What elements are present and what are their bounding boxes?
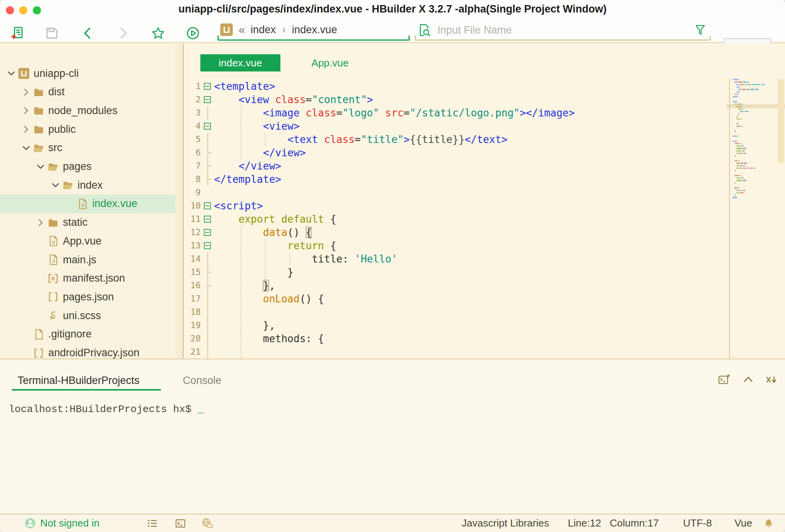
code-line-14[interactable]: 14 title: 'Hello' [184,252,726,266]
new-file-button[interactable] [11,26,25,40]
breadcrumb[interactable]: « index › index.vue [218,20,410,41]
fold-marker-icon[interactable] [202,80,213,93]
code-text: export default { [214,212,336,226]
save-button[interactable] [45,26,59,40]
terminal-button[interactable] [175,518,186,529]
chevron-right-icon[interactable] [35,217,46,229]
code-line-12[interactable]: 12 data() { [184,226,726,239]
status-language-mode[interactable]: Vue [735,517,752,529]
chevron-right-icon[interactable] [20,105,32,116]
file-search-field[interactable] [415,20,711,41]
code-line-5[interactable]: 5 <text class="title">{{title}}</text> [184,133,726,146]
chevron-down-icon[interactable] [5,68,17,79]
tree-item-static[interactable]: static [0,213,176,232]
fold-marker-icon[interactable] [202,120,213,133]
tree-item--gitignore[interactable]: .gitignore [0,325,176,344]
minimap-row [739,89,758,90]
code-line-9[interactable]: 9 [184,186,726,199]
tree-item-manifest-json[interactable]: manifest.json [0,269,176,288]
fold-guide [202,252,213,266]
code-line-20[interactable]: 20 methods: { [184,332,726,345]
breadcrumb-item-file[interactable]: index.vue [292,24,337,36]
tree-item-node-modules[interactable]: node_modules [0,101,176,120]
search-underline [415,36,711,41]
terminal-prompt[interactable]: localhost:HBuilderProjects hx$_ [9,402,204,417]
tree-item-uniapp-cli[interactable]: uniapp-cli [0,64,176,83]
code-line-8[interactable]: 8</template> [184,173,726,186]
code-line-15[interactable]: 15 } [184,266,726,279]
minimap-row [733,136,738,137]
minimap-row [737,84,765,85]
code-line-18[interactable]: 18 [184,305,726,319]
tab-index-vue[interactable]: index.vue [200,54,280,71]
tree-item-pages-json[interactable]: pages.json [0,287,176,306]
code-line-7[interactable]: 7 </view> [184,159,726,173]
chevron-down-icon[interactable] [50,179,61,191]
code-line-19[interactable]: 19 }, [184,319,726,332]
code-line-3[interactable]: 3 <image class="logo" src="/static/logo.… [184,106,726,120]
tree-item-main-js[interactable]: Jmain.js [0,250,176,269]
tree-item-pages[interactable]: pages [0,157,176,176]
fold-marker-icon[interactable] [202,239,213,252]
tree-item-app-vue[interactable]: VApp.vue [0,232,176,250]
tab-app-vue[interactable]: App.vue [297,54,363,71]
star-button[interactable] [151,26,165,40]
tree-item-index-vue[interactable]: Vindex.vue [0,195,176,213]
code-text: <template> [214,80,275,93]
forward-icon [116,26,130,40]
fold-marker-icon[interactable] [202,93,213,106]
sidebar-scrollbar[interactable] [175,44,182,359]
line-number: 13 [184,239,201,252]
status-cursor-line[interactable]: Line:12 [568,517,601,529]
overview-ruler[interactable] [778,79,784,163]
code-line-11[interactable]: 11 export default { [184,212,726,226]
chevron-down-icon[interactable] [20,142,32,154]
status-encoding[interactable]: UTF-8 [683,517,712,529]
code-line-17[interactable]: 17 onLoad() { [184,292,726,305]
tree-item-index[interactable]: index [0,176,176,195]
run-button[interactable] [186,26,200,40]
tree-item-public[interactable]: public [0,120,176,139]
line-number: 10 [184,199,201,212]
back-button[interactable] [81,26,95,40]
tab-console[interactable]: Console [183,372,221,389]
status-js-libraries[interactable]: Javascript Libraries [462,517,549,529]
user-avatar-icon[interactable] [24,517,36,529]
indent-guide [265,266,266,278]
collapse-breadcrumb-icon[interactable]: « [239,23,245,36]
code-line-16[interactable]: 16 }, [184,279,726,292]
outline-list-button[interactable] [146,518,158,529]
minimap-row [735,175,741,176]
code-line-2[interactable]: 2 <view class="content"> [184,93,726,106]
editor[interactable]: index.vue App.vue 1<template>2 <view cla… [184,44,785,359]
chevron-down-icon[interactable] [35,161,46,173]
fold-marker-icon[interactable] [202,199,213,212]
forward-button[interactable] [116,26,130,40]
tab-terminal[interactable]: Terminal-HBuilderProjects [18,372,139,389]
code-line-13[interactable]: 13 return { [184,239,726,252]
minimap-row [735,81,749,82]
breadcrumb-item-index[interactable]: index [251,24,276,36]
fold-marker-icon[interactable] [202,212,213,226]
close-terminal-button[interactable] [765,373,777,386]
code-line-21[interactable]: 21 [184,345,726,359]
code-line-4[interactable]: 4 <view> [184,120,726,133]
folder-closed-icon [33,123,45,135]
code-line-6[interactable]: 6 </view> [184,146,726,159]
tree-item-src[interactable]: src [0,139,176,157]
filter-icon[interactable] [694,23,707,37]
chevron-right-icon[interactable] [20,86,32,98]
network-cloud-button[interactable] [201,518,213,529]
code-line-1[interactable]: 1<template> [184,80,726,93]
chevron-right-icon[interactable] [20,123,32,135]
signin-status[interactable]: Not signed in [40,514,100,532]
notification-bell-icon[interactable] [763,518,774,529]
collapse-up-button[interactable] [742,373,755,386]
new-terminal-button[interactable] [718,373,730,386]
status-cursor-column[interactable]: Column:17 [610,517,659,529]
tree-item-dist[interactable]: dist [0,83,176,102]
fold-marker-icon[interactable] [202,226,213,239]
tree-item-androidprivacy-json[interactable]: androidPrivacy.json [0,344,176,359]
code-line-10[interactable]: 10<script> [184,199,726,212]
tree-item-uni-scss[interactable]: uni.scss [0,306,176,325]
